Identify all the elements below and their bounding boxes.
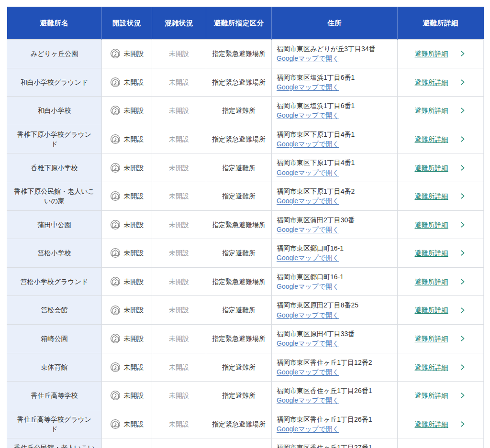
shelter-detail-link[interactable]: 避難所詳細 [415, 163, 448, 173]
chevron-right-icon[interactable] [459, 192, 467, 200]
google-map-link[interactable]: Googleマップで開く [277, 140, 339, 148]
google-map-link[interactable]: Googleマップで開く [277, 368, 339, 376]
shelter-detail-link[interactable]: 避難所詳細 [415, 277, 448, 286]
category-text: 指定緊急避難場所 [212, 78, 266, 86]
chevron-right-icon[interactable] [459, 135, 467, 143]
open-status-cell: 未開設 [102, 210, 152, 239]
chevron-right-icon[interactable] [459, 50, 467, 57]
category-text: 指定緊急避難場所 [212, 278, 266, 285]
shelter-detail-link[interactable]: 避難所詳細 [415, 77, 448, 87]
evacuation-shelter-pictogram-icon [110, 390, 121, 401]
evacuation-shelter-pictogram-icon [110, 333, 121, 344]
shelter-detail-link[interactable]: 避難所詳細 [415, 220, 448, 229]
shelter-name: 蒲田中公園 [38, 221, 71, 229]
chevron-right-icon[interactable] [459, 392, 467, 399]
category-cell: 指定緊急避難場所 [206, 410, 272, 438]
chevron-right-icon[interactable] [459, 363, 467, 371]
column-header-open: 開設状況 [102, 7, 152, 40]
open-status-cell: 未開設 [102, 296, 152, 325]
google-map-link[interactable]: Googleマップで開く [277, 83, 339, 91]
category-text: 指定避難所 [222, 249, 256, 257]
evacuation-shelter-pictogram-icon [110, 105, 121, 116]
column-header-category: 避難所指定区分 [206, 7, 272, 40]
chevron-right-icon[interactable] [459, 78, 467, 86]
google-map-link[interactable]: Googleマップで開く [277, 226, 339, 233]
evacuation-shelter-pictogram-icon [110, 191, 121, 201]
open-status-text: 未開設 [124, 305, 144, 315]
congestion-text: 未開設 [169, 249, 189, 257]
open-status-cell: 未開設 [102, 40, 152, 68]
open-status-cell: 未開設 [102, 410, 152, 438]
shelter-name-cell: 箱崎公園 [7, 324, 102, 353]
address-text: 福岡市東区香住ヶ丘1丁目27番1 [277, 443, 392, 448]
table-row: 香椎下原公民館・老人いこいの家 未開設 未開設 指定避難所 福岡市東区下原1丁目… [7, 182, 484, 210]
open-status-cell: 未開設 [102, 182, 152, 210]
google-map-link[interactable]: Googleマップで開く [277, 169, 339, 176]
evacuation-shelter-pictogram-icon [110, 276, 121, 287]
shelter-detail-link[interactable]: 避難所詳細 [415, 248, 448, 258]
google-map-link[interactable]: Googleマップで開く [277, 111, 339, 119]
detail-cell: 避難所詳細 [398, 382, 484, 410]
open-status-text: 未開設 [124, 391, 144, 400]
address-cell: 福岡市東区塩浜1丁目6番1 Googleマップで開く [272, 97, 398, 125]
shelter-name: 和白小学校 [38, 107, 71, 114]
google-map-link[interactable]: Googleマップで開く [277, 425, 339, 433]
chevron-right-icon[interactable] [459, 420, 467, 428]
chevron-right-icon[interactable] [459, 306, 467, 314]
shelter-detail-link[interactable]: 避難所詳細 [415, 134, 448, 144]
shelter-detail-link[interactable]: 避難所詳細 [415, 106, 448, 115]
shelter-detail-link[interactable]: 避難所詳細 [415, 334, 448, 343]
shelter-detail-link[interactable]: 避難所詳細 [415, 391, 448, 400]
chevron-right-icon[interactable] [459, 335, 467, 342]
congestion-text: 未開設 [169, 221, 189, 229]
table-row: 箱崎公園 未開設 未開設 指定緊急避難場所 福岡市東区原田4丁目33番 Goog… [7, 324, 484, 353]
chevron-right-icon[interactable] [459, 278, 467, 285]
congestion-cell: 未開設 [152, 182, 206, 210]
google-map-link[interactable]: Googleマップで開く [277, 197, 339, 205]
open-status-cell: 未開設 [102, 97, 152, 125]
shelter-table-body: みどりヶ丘公園 未開設 未開設 指定緊急避難場所 福岡市東区みどりが丘3丁目34… [7, 40, 484, 448]
congestion-cell: 未開設 [152, 97, 206, 125]
evacuation-shelter-pictogram-icon [110, 219, 121, 230]
chevron-right-icon[interactable] [459, 221, 467, 229]
congestion-text: 未開設 [169, 50, 189, 57]
category-cell: 指定避難所 [206, 97, 272, 125]
shelter-detail-link[interactable]: 避難所詳細 [415, 362, 448, 372]
category-text: 指定避難所 [222, 164, 256, 172]
google-map-link[interactable]: Googleマップで開く [277, 311, 339, 319]
google-map-link[interactable]: Googleマップで開く [277, 254, 339, 262]
category-text: 指定緊急避難場所 [212, 50, 266, 57]
address-cell: 福岡市東区香住ヶ丘1丁目26番1 Googleマップで開く [272, 410, 398, 438]
google-map-link[interactable]: Googleマップで開く [277, 339, 339, 347]
shelter-detail-link[interactable]: 避難所詳細 [415, 49, 448, 58]
column-header-detail: 避難所詳細 [398, 7, 484, 40]
address-cell: 福岡市東区香住ヶ丘1丁目27番1 Googleマップで開く [272, 438, 398, 448]
shelter-name: みどりヶ丘公園 [31, 50, 78, 57]
shelter-name-cell: 香椎下原小学校グラウンド [7, 125, 102, 153]
shelter-detail-link[interactable]: 避難所詳細 [415, 419, 448, 429]
congestion-text: 未開設 [169, 78, 189, 86]
address-text: 福岡市東区下原1丁目4番1 [277, 158, 392, 167]
chevron-right-icon[interactable] [459, 249, 467, 257]
chevron-right-icon[interactable] [459, 107, 467, 114]
table-row: 東体育館 未開設 未開設 指定避難所 福岡市東区香住ヶ丘1丁目12番2 Goog… [7, 353, 484, 382]
address-text: 福岡市東区郷口町16-1 [277, 243, 392, 253]
shelter-name-cell: 筥松小学校 [7, 239, 102, 268]
category-text: 指定避難所 [222, 363, 256, 371]
address-text: 福岡市東区原田2丁目8番25 [277, 300, 392, 310]
shelter-detail-link[interactable]: 避難所詳細 [415, 191, 448, 201]
shelter-name: 箱崎公園 [41, 335, 68, 342]
congestion-cell: 未開設 [152, 382, 206, 410]
open-status-text: 未開設 [124, 134, 144, 144]
open-status-text: 未開設 [124, 49, 144, 58]
congestion-text: 未開設 [169, 306, 189, 314]
shelter-name-cell: 香住丘高等学校グラウンド [7, 410, 102, 438]
open-status-text: 未開設 [124, 248, 144, 258]
category-text: 指定避難所 [222, 392, 256, 399]
category-text: 指定避難所 [222, 192, 256, 200]
google-map-link[interactable]: Googleマップで開く [277, 396, 339, 404]
shelter-detail-link[interactable]: 避難所詳細 [415, 305, 448, 315]
chevron-right-icon[interactable] [459, 164, 467, 172]
google-map-link[interactable]: Googleマップで開く [277, 55, 339, 62]
google-map-link[interactable]: Googleマップで開く [277, 283, 339, 290]
